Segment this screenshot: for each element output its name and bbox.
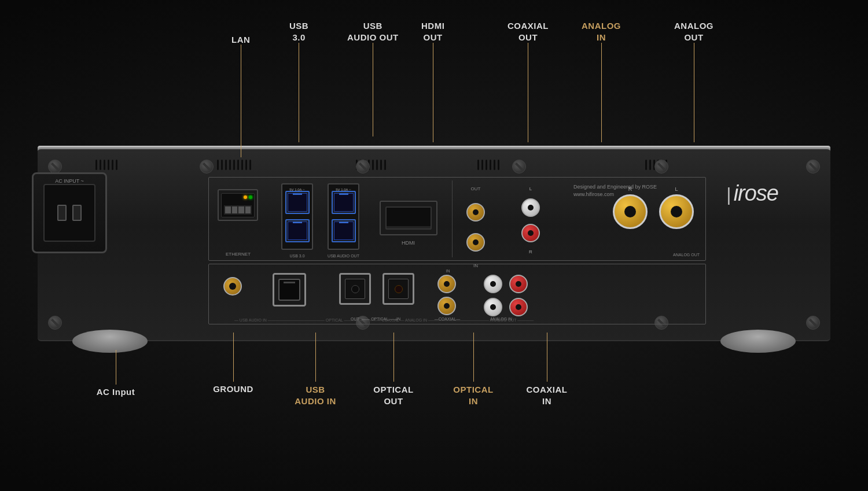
analog-in-lr-row bbox=[484, 275, 528, 293]
optical-out-line bbox=[393, 333, 394, 382]
ground-label-group: GROUND bbox=[210, 333, 256, 394]
usb-audio-in-port bbox=[273, 273, 306, 307]
ac-socket bbox=[32, 172, 107, 253]
main-scene: AC INPUT ~ ETHERNET bbox=[0, 0, 868, 491]
usb-audio-in-label-group: USBAUDIO IN bbox=[289, 333, 341, 407]
hdmi-port-inner bbox=[385, 206, 432, 230]
usb-audio-out-label: USBAUDIO OUT bbox=[347, 20, 399, 43]
usb-audio-in-inner bbox=[278, 279, 300, 301]
optical-out-inner bbox=[345, 279, 365, 299]
screw-bl bbox=[48, 316, 62, 330]
hdmi-out-label: HDMIOUT bbox=[421, 20, 444, 43]
analog-out-large-rcas: R L bbox=[613, 186, 694, 229]
optical-out-port bbox=[339, 273, 371, 305]
analog-in-r-label: R bbox=[521, 249, 540, 254]
vent-mid1 bbox=[217, 160, 251, 170]
analog-in-label: ANALOGIN bbox=[582, 20, 621, 43]
usb-audio-out-line bbox=[373, 43, 373, 136]
hdmi-label-small: HDMI bbox=[378, 240, 439, 246]
lan-led-orange bbox=[244, 195, 247, 199]
ac-input-line bbox=[116, 350, 116, 385]
coaxial-in-rca-out bbox=[437, 275, 456, 293]
hdmi-port bbox=[380, 201, 437, 235]
ac-prong-left bbox=[57, 205, 67, 221]
usb30-label: USB3.0 bbox=[289, 20, 308, 43]
screw-t3 bbox=[512, 160, 526, 173]
optical-in-port bbox=[382, 273, 414, 305]
optical-in-line bbox=[473, 333, 474, 382]
analog-out-label: ANALOGOUT bbox=[674, 20, 713, 43]
analog-in-l-rca bbox=[521, 198, 540, 217]
analog-out-r: R bbox=[613, 186, 648, 229]
hdmi-out-label-group: HDMIOUT bbox=[421, 20, 444, 142]
screw-tl bbox=[48, 160, 62, 173]
coaxial-out-rca-1 bbox=[466, 203, 485, 221]
analog-in-r-rca bbox=[521, 224, 540, 242]
analog-out-l: L bbox=[659, 186, 694, 229]
lan-led-green bbox=[249, 195, 252, 199]
bottom-port-box: OUT IN —— OPTICAL —— —COAXIAL— IN bbox=[208, 264, 706, 324]
coaxial-in-top: IN bbox=[433, 269, 462, 273]
lan-port-inner bbox=[221, 193, 255, 217]
analog-in-l-label: L bbox=[521, 186, 540, 191]
vent-left bbox=[95, 160, 117, 170]
coaxial-out-label: OUT bbox=[466, 186, 485, 191]
screw-t1 bbox=[200, 160, 214, 173]
device-body: AC INPUT ~ ETHERNET bbox=[38, 147, 830, 341]
analog-in-line bbox=[601, 43, 602, 142]
analog-in-lr-row2 bbox=[484, 298, 528, 316]
usb-audio-out-spec: 5V 1.0A ⎓ bbox=[336, 188, 351, 191]
rose-logo-i: | bbox=[726, 184, 731, 205]
optical-out-label: OPTICALOUT bbox=[367, 384, 420, 407]
ground-label: GROUND bbox=[210, 384, 256, 394]
screw-t4 bbox=[654, 160, 668, 173]
analog-out-l-rca bbox=[659, 194, 694, 229]
analog-in-r2-rca bbox=[509, 275, 528, 293]
usb-audio-out-label-group: USBAUDIO OUT bbox=[347, 20, 399, 136]
optical-in-lens bbox=[395, 285, 403, 293]
usb30-ports: USB 3.0 5V 1.0A ⎓ bbox=[281, 183, 313, 250]
optical-in-label: OPTICALIN bbox=[447, 384, 499, 407]
usb30-label-small: USB 3.0 bbox=[289, 254, 304, 258]
ground-center bbox=[229, 283, 236, 290]
ac-input-label-group: AC Input bbox=[87, 350, 145, 397]
divider1 bbox=[452, 180, 453, 257]
lan-port bbox=[218, 189, 258, 221]
analog-in-rcas: L R bbox=[521, 186, 540, 254]
analog-in-l3-rca bbox=[484, 298, 502, 316]
analog-in-bottom-rcas bbox=[484, 270, 528, 316]
vent-mid3 bbox=[477, 160, 499, 170]
optical-in-inner bbox=[388, 279, 409, 299]
optical-in-label-group: OPTICALIN bbox=[447, 333, 499, 407]
analog-out-line bbox=[694, 43, 694, 142]
usb30-label-group: USB3.0 bbox=[289, 20, 308, 142]
lan-line bbox=[241, 45, 241, 157]
usb-audio-out-port-bottom bbox=[332, 219, 356, 242]
usb-audio-out-port-top bbox=[332, 191, 356, 214]
ac-input-label: AC Input bbox=[87, 387, 145, 397]
hdmi-out-line bbox=[433, 43, 433, 142]
usb-audio-out-label-small: USB AUDIO OUT bbox=[328, 254, 359, 258]
top-port-box: ETHERNET USB 3.0 5V 1.0A ⎓ bbox=[208, 177, 706, 261]
screw-t2 bbox=[356, 160, 370, 173]
usb-audio-out-ports: USB AUDIO OUT 5V 1.0A ⎓ bbox=[328, 183, 359, 250]
optical-out-label-group: OPTICALOUT bbox=[367, 333, 420, 407]
lan-label: LAN bbox=[231, 35, 250, 45]
analog-out-label-group: ANALOGOUT bbox=[674, 20, 713, 142]
ethernet-label-small: ETHERNET bbox=[214, 252, 263, 257]
coaxial-in-rca-in bbox=[437, 297, 456, 315]
analog-out-label-small: ANALOG OUT bbox=[673, 253, 700, 257]
optical-out-lens bbox=[351, 285, 359, 293]
lan-label-group: LAN bbox=[231, 35, 250, 157]
irose-branding: | irose bbox=[726, 181, 778, 206]
usb-audio-in-label: USBAUDIO IN bbox=[289, 384, 341, 407]
ground-post bbox=[223, 277, 242, 296]
rose-logo-text: irose bbox=[734, 181, 778, 205]
usb30-port-top bbox=[285, 191, 310, 214]
coaxial-out-label-group: COAXIALOUT bbox=[507, 20, 549, 142]
usb30-line bbox=[299, 43, 299, 142]
foot-right bbox=[720, 330, 796, 353]
ac-socket-inner bbox=[43, 184, 95, 242]
analog-out-l-label: L bbox=[675, 186, 678, 192]
analog-in-label-group: ANALOGIN bbox=[582, 20, 621, 142]
